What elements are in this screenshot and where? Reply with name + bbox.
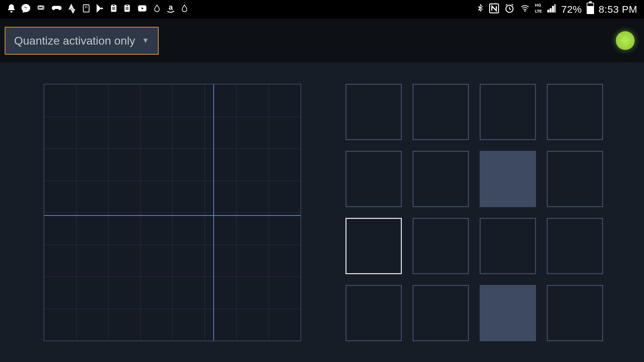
alarm-icon (504, 3, 515, 16)
pad-grid (345, 84, 603, 341)
status-right-icons: ᴴᴳᴸᵀᴱ 72% 8:53 PM (477, 3, 637, 16)
clipboard-icon (109, 3, 118, 16)
chevron-down-icon: ▼ (142, 36, 149, 45)
battery-icon (587, 3, 594, 16)
pad-6[interactable] (480, 151, 536, 207)
battery-percent: 72% (561, 4, 582, 15)
svg-rect-8 (126, 4, 128, 6)
youtube-icon (136, 4, 148, 15)
pad-9[interactable] (413, 218, 469, 274)
svg-point-16 (525, 10, 526, 11)
drop-icon-2 (180, 3, 189, 16)
clock: 8:53 PM (599, 4, 637, 15)
pad-8[interactable] (345, 218, 402, 274)
quantize-dropdown[interactable]: Quantize activation only ▼ (5, 27, 159, 55)
pad-10[interactable] (480, 218, 536, 274)
app-bar: Quantize activation only ▼ (0, 19, 644, 62)
svg-text:a: a (169, 3, 173, 11)
pad-3[interactable] (547, 84, 603, 140)
steam-icon (36, 4, 46, 15)
pad-12[interactable] (345, 285, 402, 341)
google-play-icon (95, 3, 105, 16)
main-stage (0, 62, 644, 362)
drop-icon (153, 3, 161, 16)
bell-icon (7, 3, 16, 16)
wifi-icon (520, 4, 530, 15)
google-play-games-icon (51, 4, 62, 15)
svg-text:ID: ID (85, 5, 88, 8)
pad-0[interactable] (345, 84, 402, 140)
nfc-icon (489, 3, 499, 16)
id-badge-icon: ID (82, 3, 91, 16)
messenger-icon (21, 3, 31, 16)
pad-14[interactable] (480, 285, 536, 341)
svg-rect-3 (113, 4, 115, 6)
amazon-icon: a (166, 3, 176, 16)
strava-icon (67, 3, 77, 16)
pad-5[interactable] (413, 151, 469, 207)
clipboard-icon-2 (123, 3, 131, 16)
pad-7[interactable] (547, 151, 603, 207)
pad-1[interactable] (413, 84, 469, 140)
pad-13[interactable] (413, 285, 469, 341)
signal-icon (546, 4, 556, 15)
status-indicator[interactable] (616, 31, 635, 50)
xy-pad[interactable] (44, 84, 301, 341)
pad-11[interactable] (547, 218, 603, 274)
bluetooth-icon (477, 3, 484, 16)
dropdown-label: Quantize activation only (14, 34, 135, 47)
pad-15[interactable] (547, 285, 603, 341)
pad-2[interactable] (480, 84, 536, 140)
status-left-icons: ID a (7, 3, 189, 16)
android-status-bar: ID a ᴴᴳᴸᵀᴱ 72% 8:53 PM (0, 0, 644, 19)
lte-indicator-icon: ᴴᴳᴸᵀᴱ (535, 3, 542, 15)
pad-4[interactable] (345, 151, 402, 207)
